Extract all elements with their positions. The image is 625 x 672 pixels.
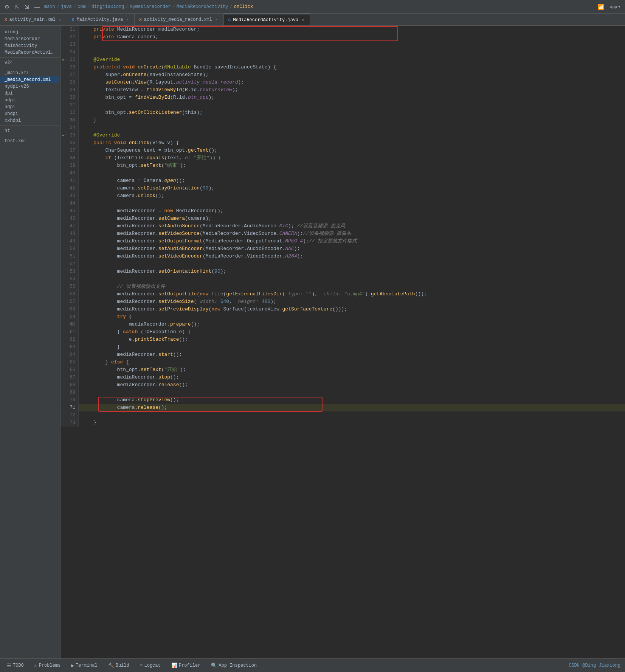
line-num-62: 62 xyxy=(60,336,78,343)
sidebar-item-fest-xml[interactable]: fest.xml xyxy=(0,138,60,144)
wifi-icon[interactable]: 📶 xyxy=(596,3,606,11)
status-profiler[interactable]: 📊 Profiler xyxy=(169,661,203,670)
code-line-70: camera.stopPreview(); xyxy=(79,396,625,404)
status-app-inspection-label: App Inspection xyxy=(219,663,257,668)
code-line-27: super.onCreate(savedInstanceState); xyxy=(79,71,625,79)
tab-bar: X activity_main.xml ✕ C MainActivity.jav… xyxy=(0,14,625,26)
code-line-33: } xyxy=(79,116,625,124)
sidebar-item-hdpi[interactable]: hdpi xyxy=(0,104,60,110)
line-num-48: 48 xyxy=(60,230,78,237)
line-num-69: 69 xyxy=(60,389,78,396)
sidebar-item-v24[interactable]: v24 xyxy=(0,59,60,66)
status-build[interactable]: 🔨 Build xyxy=(106,661,132,670)
tab-close-mediarecordactivity-java[interactable]: ✕ xyxy=(301,17,305,23)
sidebar-item-media-record-xml[interactable]: _media_record.xml xyxy=(0,76,60,83)
code-container: 21 22 23 24 ●↑ 25 26 27 28 29 30 31 32 xyxy=(60,26,625,427)
sidebar-item-xxhdpi[interactable]: xxhdpi xyxy=(0,117,60,124)
app-label[interactable]: app ▾ xyxy=(609,3,622,10)
sidebar-divider-4 xyxy=(0,136,60,136)
line-num-24: 24 xyxy=(60,48,78,56)
line-num-32: 32 xyxy=(60,109,78,116)
sidebar-item-ht[interactable]: ht xyxy=(0,127,60,134)
code-line-39: btn_opt.setText("结束"); xyxy=(79,162,625,169)
tab-close-mainactivity-java[interactable]: ✕ xyxy=(125,17,130,22)
line-num-22: 22 xyxy=(60,33,78,41)
code-line-36: public void onClick(View v) { xyxy=(79,139,625,147)
breadcrumb-mymediarecorder[interactable]: mymediarecorder xyxy=(130,4,171,9)
terminal-icon: ▶ xyxy=(71,663,74,669)
line-num-53: 53 xyxy=(60,268,78,275)
code-line-23 xyxy=(79,41,625,48)
line-num-45: 45 xyxy=(60,207,78,215)
line-num-58: 58 xyxy=(60,306,78,313)
sidebar-item-mainactivity[interactable]: MainActivity xyxy=(0,42,60,49)
line-num-50: 50 xyxy=(60,245,78,253)
line-num-57: 57 xyxy=(60,298,78,306)
code-line-61: } catch (IOException e) { xyxy=(79,328,625,336)
xml-icon: X xyxy=(5,17,7,22)
tab-mainactivity-java[interactable]: C MainActivity.java ✕ xyxy=(67,14,135,25)
line-num-61: 61 xyxy=(60,328,78,336)
sidebar-divider-1 xyxy=(0,57,60,58)
sidebar-item-nydpi-v26[interactable]: nydpi-v26 xyxy=(0,83,60,90)
line-num-63: 63 xyxy=(60,343,78,351)
sidebar-item-xhdpi[interactable]: xhdpi xyxy=(0,110,60,117)
tab-close-activity-main-xml[interactable]: ✕ xyxy=(58,17,62,22)
expand-icon[interactable]: ⇱ xyxy=(13,3,21,11)
line-num-28: 28 xyxy=(60,79,78,86)
status-logcat[interactable]: ≡ Logcat xyxy=(138,661,163,670)
tab-close-activity-media-record-xml[interactable]: ✕ xyxy=(214,17,219,22)
sidebar-item-dpi[interactable]: dpi xyxy=(0,90,60,97)
code-line-64: mediaRecorder.start(); xyxy=(79,351,625,359)
code-line-42: camera.setDisplayOrientation(90); xyxy=(79,185,625,192)
line-num-27: 27 xyxy=(60,71,78,79)
code-line-68: mediaRecorder.release(); xyxy=(79,381,625,389)
status-brand: CSDN @Ding Jiaxiong xyxy=(569,663,620,668)
problems-icon: ⚠ xyxy=(34,663,37,669)
breadcrumb-com[interactable]: com xyxy=(78,4,86,9)
minus-icon[interactable]: — xyxy=(33,3,41,11)
breadcrumb-java[interactable]: java xyxy=(61,4,72,9)
sidebar-item-mediarecordactivity[interactable]: MediaRecordActivity xyxy=(0,49,60,56)
line-num-43: 43 xyxy=(60,192,78,200)
settings-icon[interactable]: ⚙ xyxy=(3,3,11,11)
tab-label-activity-media-record-xml: activity_media_record.xml xyxy=(144,17,212,22)
todo-icon: ☰ xyxy=(7,663,11,669)
code-line-25: @Override xyxy=(79,56,625,64)
editor-area[interactable]: 21 22 23 24 ●↑ 25 26 27 28 29 30 31 32 xyxy=(60,26,625,658)
top-toolbar: ⚙ ⇱ ⇲ — main / java / com / dingjiaxiong… xyxy=(0,0,625,14)
tab-activity-main-xml[interactable]: X activity_main.xml ✕ xyxy=(0,14,67,25)
sidebar-item-mediarecorder[interactable]: mediarecorder xyxy=(0,36,60,42)
line-num-37: 37 xyxy=(60,147,78,154)
breadcrumb-main[interactable]: main xyxy=(44,4,55,9)
sidebar-item-xiong[interactable]: xiong xyxy=(0,29,60,36)
build-icon: 🔨 xyxy=(108,663,114,669)
code-line-49: mediaRecorder.setOutputFormat(MediaRecor… xyxy=(79,237,625,245)
code-line-43: camera.unlock(); xyxy=(79,192,625,200)
sidebar-item-ndpi[interactable]: ndpi xyxy=(0,97,60,104)
breadcrumb-mediarecordactivity[interactable]: MediaRecordActivity xyxy=(177,4,228,9)
line-num-47: 47 xyxy=(60,222,78,230)
status-problems[interactable]: ⚠ Problems xyxy=(32,661,63,670)
status-app-inspection[interactable]: 🔍 App Inspection xyxy=(209,661,259,670)
collapse-icon[interactable]: ⇲ xyxy=(23,3,31,11)
sidebar: xiong mediarecorder MainActivity MediaRe… xyxy=(0,26,60,658)
code-line-40 xyxy=(79,169,625,177)
status-bar: ☰ TODO ⚠ Problems ▶ Terminal 🔨 Build ≡ L… xyxy=(0,658,625,672)
tab-activity-media-record-xml[interactable]: X activity_media_record.xml ✕ xyxy=(135,14,224,25)
line-num-42: 42 xyxy=(60,185,78,192)
status-todo[interactable]: ☰ TODO xyxy=(5,661,26,670)
code-line-46: mediaRecorder.setCamera(camera); xyxy=(79,215,625,222)
line-num-65: 65 xyxy=(60,359,78,366)
line-num-55: 55 xyxy=(60,283,78,290)
status-profiler-label: Profiler xyxy=(179,663,201,668)
code-line-55: // 设置视频输出文件 xyxy=(79,283,625,290)
sidebar-item-main-xml[interactable]: _main.xml xyxy=(0,70,60,76)
tab-mediarecordactivity-java[interactable]: C MediaRecordActivity.java ✕ xyxy=(224,14,310,25)
line-num-66: 66 xyxy=(60,366,78,374)
status-terminal[interactable]: ▶ Terminal xyxy=(69,661,99,670)
line-num-52: 52 xyxy=(60,260,78,268)
line-num-46: 46 xyxy=(60,215,78,222)
breadcrumb-dingjiaxiong[interactable]: dingjiaxiong xyxy=(92,4,124,9)
code-line-45: mediaRecorder = new MediaRecorder(); xyxy=(79,207,625,215)
